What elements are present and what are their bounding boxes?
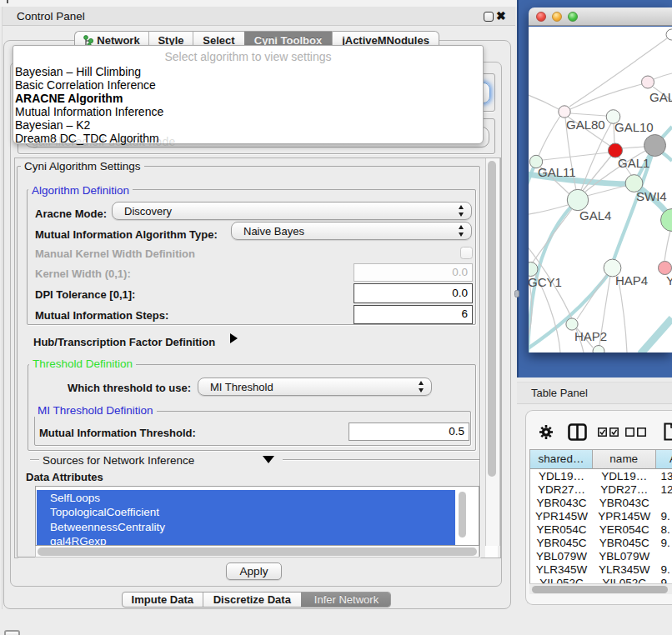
table-horizontal-scrollbar[interactable]	[529, 583, 672, 594]
segment-label: Infer Network	[314, 593, 379, 606]
attribute-item[interactable]: BetweennessCentrality	[50, 521, 165, 533]
network-node-GAL2[interactable]	[642, 76, 654, 88]
hub-definition-label[interactable]: Hub/Transcription Factor Definition	[33, 336, 215, 348]
gear-icon[interactable]	[539, 424, 554, 440]
attribute-item[interactable]: SelfLoops	[50, 492, 100, 504]
table-cell[interactable]: YPR145W	[593, 510, 656, 523]
column-header-partial[interactable]: A	[656, 450, 672, 469]
table-cell[interactable]: YBR045C	[593, 537, 656, 550]
float-panel-icon[interactable]	[484, 12, 494, 22]
table-cell[interactable]: YDR27…	[530, 483, 593, 497]
table-cell[interactable]: 9.	[661, 510, 672, 523]
network-window[interactable]: GAL2GAL80GAL10GAL1GAL11SWI4GAL4GCY1HAP4Y…	[529, 8, 672, 352]
minimize-window-icon[interactable]	[552, 12, 562, 22]
network-edge-thick[interactable]	[640, 318, 672, 352]
network-edge[interactable]	[654, 73, 672, 79]
document-icon[interactable]	[664, 422, 672, 441]
attribute-item[interactable]: gal4RGexp	[50, 535, 107, 546]
segment-impute-data[interactable]: Impute Data	[123, 592, 203, 607]
network-edge[interactable]	[622, 147, 644, 148]
table-cell[interactable]: YBR043C	[530, 497, 593, 510]
mi-threshold-field[interactable]: 0.5	[349, 422, 469, 441]
table-cell[interactable]: 13	[661, 470, 672, 483]
network-window-titlebar[interactable]	[529, 8, 672, 26]
apply-button[interactable]: Apply	[226, 562, 282, 580]
close-window-icon[interactable]	[536, 12, 546, 22]
list-horizontal-scrollbar-thumb[interactable]	[38, 548, 477, 556]
column-header-shared-name[interactable]: shared…	[530, 450, 593, 469]
kernel-width-field[interactable]: 0.0	[354, 263, 473, 282]
settings-vertical-scrollbar-thumb[interactable]	[488, 161, 496, 477]
which-threshold-combo[interactable]: MI Threshold	[198, 378, 432, 396]
zoom-window-icon[interactable]	[568, 12, 578, 22]
table-cell[interactable]: 8.	[661, 523, 672, 537]
table-cell[interactable]: YBL079W	[593, 550, 656, 563]
segment-infer-network[interactable]: Infer Network	[301, 592, 391, 607]
dropdown-item[interactable]: Bayesian – Hill Climbing	[15, 65, 482, 78]
segment-discretize-data[interactable]: Discretize Data	[203, 592, 301, 607]
table-cell[interactable]: 12	[661, 483, 672, 497]
dropdown-item[interactable]: Mutual Information Inference	[15, 105, 482, 118]
network-node-GAL4[interactable]	[567, 189, 588, 210]
aracne-mode-combo[interactable]: Discovery	[112, 202, 472, 220]
network-node-big-green[interactable]	[661, 209, 672, 232]
table-cell[interactable]: YBR045C	[530, 537, 593, 550]
network-edge[interactable]	[532, 209, 572, 263]
table-cell[interactable]: YDR27…	[593, 483, 656, 497]
network-node-label: GAL80	[566, 118, 605, 132]
dropdown-item-label: Bayesian – K2	[15, 118, 90, 132]
network-edge[interactable]	[539, 116, 560, 156]
network-node-top-partial[interactable]	[666, 29, 672, 40]
dropdown-item[interactable]: Basic Correlation Inference	[15, 78, 482, 92]
column-header-name[interactable]: name	[593, 450, 656, 469]
table-cell[interactable]: YLR345W	[593, 563, 656, 577]
close-panel-icon[interactable]: ✖	[496, 9, 508, 22]
attribute-item[interactable]: TopologicalCoefficient	[50, 506, 159, 518]
table-cell[interactable]: YBR043C	[593, 497, 656, 510]
network-node-bottom-partial[interactable]	[593, 346, 604, 353]
network-edge[interactable]	[582, 156, 611, 192]
network-edge[interactable]	[577, 274, 607, 319]
network-edge[interactable]	[587, 186, 625, 196]
table-cell[interactable]: YDL19…	[530, 470, 593, 483]
network-edge[interactable]	[570, 84, 642, 109]
checked-columns-icon[interactable]	[598, 428, 619, 437]
dropdown-item-label: Mutual Information Inference	[15, 105, 163, 118]
network-edge[interactable]	[570, 113, 606, 116]
split-panel-icon[interactable]	[568, 423, 587, 441]
list-horizontal-scrollbar[interactable]	[35, 546, 479, 558]
table-horizontal-scrollbar-thumb[interactable]	[532, 586, 668, 593]
dropdown-item-selected[interactable]: ARACNE Algorithm	[15, 92, 482, 105]
mi-type-combo[interactable]: Naive Bayes	[231, 222, 472, 240]
manual-kernel-checkbox[interactable]	[460, 247, 473, 259]
table-cell[interactable]: 9.	[661, 537, 672, 550]
list-vertical-scrollbar-thumb[interactable]	[459, 492, 466, 538]
network-edge[interactable]	[543, 152, 609, 160]
table-cell[interactable]: YPR145W	[530, 510, 593, 523]
manual-kernel-label: Manual Kernel Width Definition	[35, 248, 195, 260]
network-node-HAP2[interactable]	[566, 318, 578, 330]
table-cell[interactable]: 9.	[661, 563, 672, 577]
splitter-handle[interactable]	[514, 290, 519, 298]
sources-title[interactable]: Sources for Network Inference	[39, 454, 283, 467]
expanded-arrow-icon[interactable]	[263, 456, 274, 463]
collapsed-arrow-icon[interactable]	[230, 333, 238, 343]
table-cell[interactable]: YDL19…	[593, 470, 656, 483]
network-edge[interactable]	[664, 231, 670, 261]
mi-threshold-title: MI Threshold Definition	[34, 404, 157, 417]
table-cell[interactable]: YER054C	[593, 523, 656, 537]
table-cell[interactable]: YLR345W	[530, 563, 593, 577]
network-node-gray-node[interactable]	[644, 135, 666, 157]
network-edge[interactable]	[529, 93, 559, 109]
network-node-GAL80[interactable]	[559, 106, 570, 118]
table-cell[interactable]: YBL079W	[530, 550, 593, 563]
dropdown-item[interactable]: Bayesian – K2	[15, 118, 482, 132]
unchecked-columns-icon[interactable]	[625, 428, 646, 437]
dpi-tolerance-field[interactable]: 0.0	[354, 283, 473, 303]
network-edge[interactable]	[529, 205, 568, 215]
minimized-panel-button[interactable]	[4, 630, 20, 635]
data-attributes-list[interactable]: SelfLoops TopologicalCoefficient Between…	[35, 486, 479, 546]
table-cell[interactable]: YER054C	[530, 523, 593, 537]
network-canvas[interactable]: GAL2GAL80GAL10GAL1GAL11SWI4GAL4GCY1HAP4Y…	[529, 27, 672, 352]
mi-steps-field[interactable]: 6	[354, 305, 473, 324]
